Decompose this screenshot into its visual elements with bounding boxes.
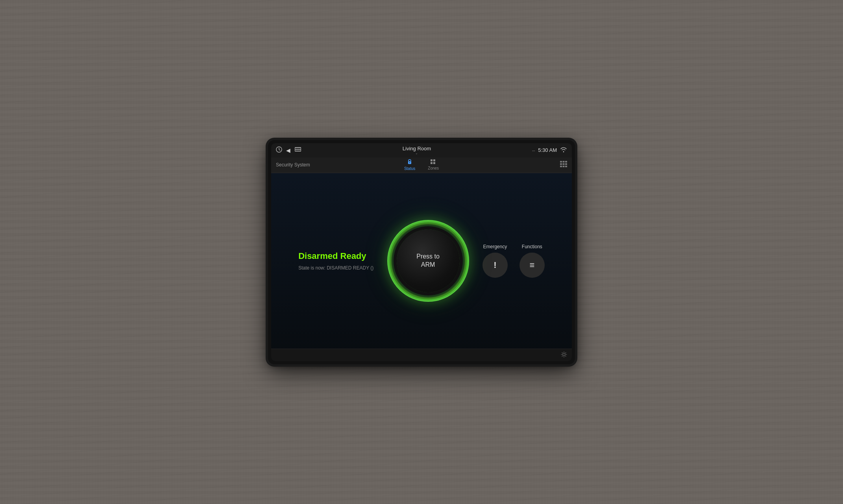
functions-action[interactable]: Functions ≡ — [519, 244, 545, 278]
disarmed-ready-text: Disarmed Ready — [298, 251, 373, 261]
emergency-action[interactable]: Emergency ! — [483, 244, 508, 278]
arm-text-line1: Press to — [416, 253, 440, 260]
tablet-device: ◀ Living Room ⌄ -- 5:30 — [268, 140, 575, 364]
zones-icon — [431, 159, 436, 165]
svg-rect-10 — [431, 162, 433, 164]
wifi-icon — [560, 147, 567, 153]
grid-view-icon[interactable] — [560, 161, 567, 169]
nav-tabs: Status Zones — [398, 157, 445, 172]
arm-button-inner: Press to ARM — [416, 253, 440, 269]
bottom-bar — [271, 349, 572, 361]
content-area: Disarmed Ready State is now: DISARMED RE… — [271, 173, 572, 349]
lock-icon — [407, 159, 412, 166]
time-display: 5:30 AM — [538, 147, 557, 153]
status-bar-right: -- 5:30 AM — [532, 147, 567, 153]
functions-icon: ≡ — [529, 260, 534, 270]
svg-rect-9 — [433, 159, 435, 161]
status-bar-center: Living Room ⌄ — [403, 146, 431, 155]
emergency-button[interactable]: ! — [483, 253, 508, 278]
nav-bar: Security System Status — [271, 157, 572, 173]
svg-rect-4 — [295, 148, 295, 151]
clock-icon[interactable] — [276, 146, 282, 154]
chevron-down-icon: ⌄ — [415, 151, 418, 155]
status-bar-left: ◀ — [276, 146, 301, 154]
settings-icon[interactable] — [561, 351, 567, 359]
svg-rect-17 — [565, 163, 567, 165]
arm-button[interactable]: Press to ARM — [397, 229, 460, 292]
svg-rect-16 — [562, 163, 564, 165]
svg-rect-5 — [301, 148, 301, 151]
status-dash: -- — [532, 148, 535, 153]
status-section: Disarmed Ready State is now: DISARMED RE… — [298, 251, 373, 271]
back-icon[interactable]: ◀ — [286, 147, 290, 153]
svg-rect-2 — [295, 149, 301, 150]
tab-zones[interactable]: Zones — [422, 158, 445, 172]
functions-label: Functions — [522, 244, 542, 249]
camera-dot — [420, 146, 423, 148]
svg-rect-19 — [562, 166, 564, 167]
emergency-label: Emergency — [483, 244, 507, 249]
svg-rect-14 — [565, 161, 567, 162]
tablet-bezel: ◀ Living Room ⌄ -- 5:30 — [271, 143, 572, 361]
room-name[interactable]: Living Room — [403, 146, 431, 151]
svg-rect-11 — [433, 162, 435, 164]
nav-title: Security System — [276, 162, 310, 168]
tab-status[interactable]: Status — [398, 157, 422, 172]
svg-rect-12 — [560, 161, 562, 162]
arm-button-text: Press to ARM — [416, 253, 440, 269]
svg-rect-3 — [295, 151, 301, 151]
svg-rect-18 — [560, 166, 562, 167]
svg-rect-8 — [431, 159, 433, 161]
emergency-icon: ! — [494, 260, 496, 270]
svg-rect-13 — [562, 161, 564, 162]
svg-point-7 — [409, 162, 410, 163]
actions-section: Emergency ! Functions ≡ — [483, 244, 545, 278]
tab-zones-label: Zones — [428, 166, 439, 170]
menu-icon[interactable] — [294, 147, 301, 153]
svg-point-21 — [563, 353, 565, 356]
svg-rect-15 — [560, 163, 562, 165]
functions-button[interactable]: ≡ — [519, 253, 545, 278]
svg-rect-20 — [565, 166, 567, 167]
state-text: State is now: DISARMED READY () — [298, 265, 373, 271]
tab-status-label: Status — [404, 166, 415, 171]
svg-rect-1 — [295, 147, 301, 148]
main-content: Disarmed Ready State is now: DISARMED RE… — [271, 173, 572, 361]
arm-button-container: Press to ARM — [397, 229, 460, 292]
arm-text-line2: ARM — [421, 261, 435, 268]
